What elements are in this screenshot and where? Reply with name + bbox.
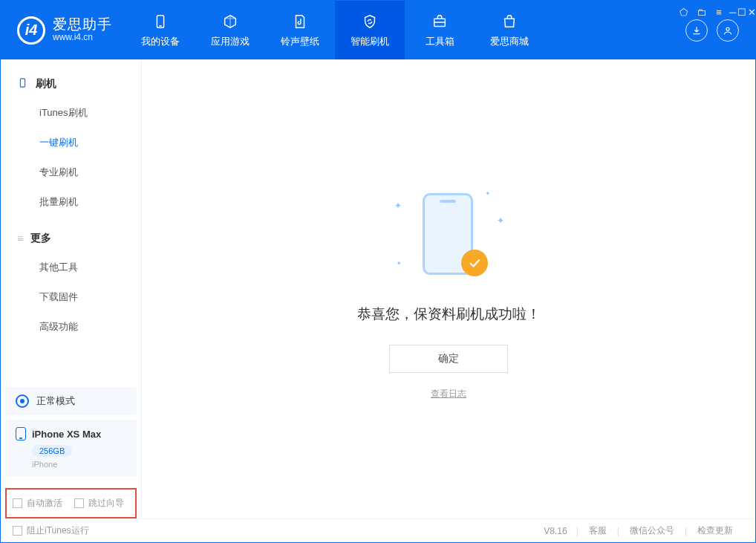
- maximize-icon[interactable]: ☐: [737, 4, 746, 19]
- main-content: ✦ ✦ • • 恭喜您，保资料刷机成功啦！ 确定 查看日志: [142, 59, 755, 518]
- sidebar-item-pro-flash[interactable]: 专业刷机: [1, 157, 141, 187]
- footer-link-support[interactable]: 客服: [579, 524, 617, 537]
- tab-apps-games[interactable]: 应用游戏: [195, 1, 265, 59]
- shirt-icon[interactable]: ⬠: [676, 4, 691, 19]
- tab-smart-flash[interactable]: 智能刷机: [335, 1, 405, 59]
- body-area: 刷机 iTunes刷机 一键刷机 专业刷机 批量刷机 ≡ 更多 其他工具 下载固…: [1, 59, 755, 518]
- svg-point-3: [726, 27, 729, 30]
- app-header: i4 爱思助手 www.i4.cn 我的设备 应用游戏 铃声壁纸 智能刷机 工具…: [1, 1, 755, 59]
- sidebar-item-oneclick-flash[interactable]: 一键刷机: [1, 128, 141, 157]
- shield-refresh-icon: [361, 13, 379, 30]
- logo-area: i4 爱思助手 www.i4.cn: [1, 16, 126, 45]
- minimize-icon[interactable]: ─: [729, 4, 736, 19]
- version-label: V8.16: [544, 526, 567, 536]
- more-icon: ≡: [17, 233, 23, 244]
- tab-label: 铃声壁纸: [281, 35, 319, 48]
- app-logo-icon: i4: [17, 16, 45, 45]
- sidebar-section-flash: 刷机: [1, 70, 141, 98]
- options-highlight-box: 自动激活 跳过向导: [5, 488, 137, 518]
- phone-icon: [16, 427, 26, 440]
- svg-rect-4: [20, 79, 25, 87]
- checkbox-skip-guide[interactable]: 跳过向导: [74, 497, 124, 510]
- checkbox-icon: [74, 498, 84, 508]
- tab-label: 智能刷机: [351, 35, 389, 48]
- tab-label: 工具箱: [426, 35, 454, 48]
- mode-card[interactable]: 正常模式: [5, 387, 137, 415]
- tab-ringtone-wallpaper[interactable]: 铃声壁纸: [265, 1, 335, 59]
- mode-label: 正常模式: [36, 394, 75, 408]
- app-title: 爱思助手: [53, 17, 112, 33]
- sidebar-section-more: ≡ 更多: [1, 224, 141, 253]
- shopping-bag-icon: [501, 13, 518, 30]
- checkbox-label: 跳过向导: [88, 497, 124, 510]
- checkbox-label: 自动激活: [27, 497, 62, 510]
- device-name: iPhone XS Max: [32, 429, 101, 440]
- footer: 阻止iTunes运行 V8.16 | 客服 | 微信公众号 | 检查更新: [1, 518, 755, 542]
- sidebar: 刷机 iTunes刷机 一键刷机 专业刷机 批量刷机 ≡ 更多 其他工具 下载固…: [1, 59, 142, 518]
- capacity-badge: 256GB: [32, 445, 72, 457]
- sparkle-icon: ✦: [394, 201, 402, 211]
- mode-status-icon: [16, 394, 29, 408]
- check-badge-icon: [461, 250, 488, 276]
- section-title: 更多: [30, 232, 51, 245]
- checkbox-icon: [13, 526, 22, 536]
- tab-label: 爱思商城: [490, 35, 529, 48]
- close-icon[interactable]: ✕: [748, 4, 756, 19]
- ok-button[interactable]: 确定: [389, 345, 508, 373]
- tab-store[interactable]: 爱思商城: [475, 1, 544, 59]
- header-right-icons: [685, 19, 755, 42]
- cube-icon: [221, 13, 239, 30]
- menu-icon[interactable]: ≡: [711, 4, 726, 19]
- checkbox-block-itunes[interactable]: 阻止iTunes运行: [13, 524, 89, 537]
- sidebar-item-itunes-flash[interactable]: iTunes刷机: [1, 98, 141, 128]
- phone-icon: [151, 13, 169, 30]
- sidebar-item-batch-flash[interactable]: 批量刷机: [1, 187, 141, 217]
- tab-toolbox[interactable]: 工具箱: [405, 1, 475, 59]
- tab-label: 我的设备: [141, 35, 180, 48]
- tab-label: 应用游戏: [211, 35, 250, 48]
- lock-icon[interactable]: 🗀: [694, 4, 708, 19]
- success-illustration: ✦ ✦ • •: [400, 193, 497, 282]
- logo-text: 爱思助手 www.i4.cn: [53, 17, 112, 42]
- user-icon[interactable]: [717, 19, 739, 42]
- window-controls: ─ ☐ ✕: [735, 4, 750, 19]
- sparkle-icon: •: [397, 259, 400, 269]
- checkbox-label: 阻止iTunes运行: [27, 524, 89, 537]
- top-tabs: 我的设备 应用游戏 铃声壁纸 智能刷机 工具箱 爱思商城: [126, 1, 544, 59]
- success-message: 恭喜您，保资料刷机成功啦！: [357, 305, 541, 324]
- download-icon[interactable]: [685, 19, 708, 42]
- footer-link-update[interactable]: 检查更新: [687, 524, 743, 537]
- tab-my-device[interactable]: 我的设备: [126, 1, 195, 59]
- app-url: www.i4.cn: [53, 33, 112, 42]
- sidebar-item-advanced[interactable]: 高级功能: [1, 312, 141, 342]
- checkbox-icon: [13, 498, 22, 508]
- sparkle-icon: ✦: [497, 215, 504, 226]
- toolbox-icon: [431, 13, 449, 30]
- checkbox-auto-activate[interactable]: 自动激活: [13, 497, 62, 510]
- device-type: iPhone: [32, 460, 126, 469]
- footer-link-wechat[interactable]: 微信公众号: [619, 524, 685, 537]
- sidebar-item-download-firmware[interactable]: 下载固件: [1, 282, 141, 312]
- titlebar-icons: ⬠ 🗀 ≡ ─ ☐ ✕: [676, 4, 750, 19]
- sparkle-icon: •: [486, 189, 489, 199]
- sidebar-item-other-tools[interactable]: 其他工具: [1, 253, 141, 282]
- view-log-link[interactable]: 查看日志: [431, 388, 466, 400]
- footer-links: | 客服 | 微信公众号 | 检查更新: [576, 524, 743, 537]
- device-icon: [17, 77, 28, 91]
- section-title: 刷机: [36, 77, 56, 91]
- music-file-icon: [291, 13, 309, 30]
- device-card[interactable]: iPhone XS Max 256GB iPhone: [5, 420, 137, 476]
